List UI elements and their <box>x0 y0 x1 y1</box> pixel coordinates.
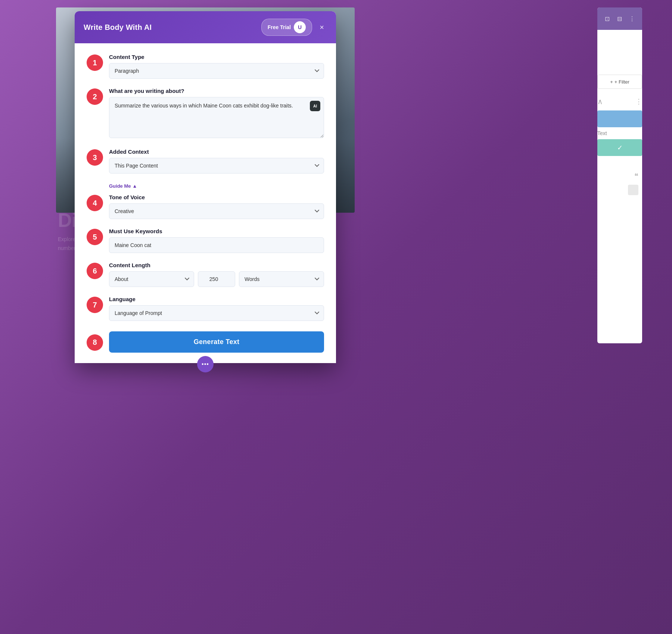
step-1-label: Content Type <box>109 54 324 60</box>
step-5-label: Must Use Keywords <box>109 228 324 234</box>
green-check-button[interactable]: ✓ <box>597 139 642 156</box>
content-length-about-select[interactable]: About Exactly At Least At Most <box>109 271 194 287</box>
tone-of-voice-select[interactable]: Creative Professional Casual <box>109 203 324 219</box>
step-5-section: 5 Must Use Keywords <box>87 228 324 253</box>
step-7-badge: 7 <box>87 297 103 313</box>
step-5-badge: 5 <box>87 229 103 245</box>
step-7-label: Language <box>109 296 324 302</box>
chevron-up-icon[interactable]: ∧ <box>597 97 603 106</box>
ai-write-modal: Write Body With AI Free Trial U × 1 Cont… <box>75 11 336 363</box>
free-trial-badge[interactable]: Free Trial U <box>261 19 312 36</box>
columns-icon: ⧉ <box>615 50 624 59</box>
header-controls: Free Trial U × <box>261 19 327 36</box>
step-6-badge: 6 <box>87 263 103 279</box>
box-icon <box>628 185 638 195</box>
step-2-section: 2 What are you writing about? Summarize … <box>87 88 324 140</box>
text-label: Text <box>597 130 642 136</box>
step-1-content: Content Type Paragraph List FAQ <box>109 54 324 79</box>
step-1-section: 1 Content Type Paragraph List FAQ <box>87 54 324 79</box>
expand-icon[interactable]: ⊡ <box>603 14 612 23</box>
step-3-label: Added Context <box>109 149 324 155</box>
columns-icon-top[interactable]: ⊟ <box>615 14 624 23</box>
step-5-content: Must Use Keywords <box>109 228 324 253</box>
step-4-badge: 4 <box>87 195 103 211</box>
step-8-badge: 8 <box>87 334 103 351</box>
filter-label: + Filter <box>615 79 629 85</box>
step-4-content: Tone of Voice Creative Professional Casu… <box>109 194 324 219</box>
more-top-icon[interactable]: ⋮ <box>628 14 637 23</box>
bottom-dots-menu[interactable]: ••• <box>197 356 214 372</box>
quote-icon: ❝ <box>634 172 638 181</box>
guide-me-arrow: ▲ <box>133 183 137 189</box>
writing-about-textarea[interactable]: Summarize the various ways in which Main… <box>109 97 324 138</box>
step-6-content: Content Length About Exactly At Least At… <box>109 262 324 287</box>
step-2-content: What are you writing about? Summarize th… <box>109 88 324 140</box>
textarea-wrapper: Summarize the various ways in which Main… <box>109 97 324 140</box>
blue-button[interactable] <box>597 110 642 127</box>
right-panel-header: ⊡ ⊟ ⋮ <box>597 7 642 30</box>
content-length-words-select[interactable]: Words Sentences Paragraphs <box>239 271 324 287</box>
step-7-content: Language Language of Prompt English Span… <box>109 296 324 321</box>
close-button[interactable]: × <box>317 22 327 32</box>
more-right-icon[interactable]: ⋮ <box>635 97 642 106</box>
step-2-badge: 2 <box>87 88 103 105</box>
step-2-label: What are you writing about? <box>109 88 324 94</box>
step-4-section: 4 Tone of Voice Creative Professional Ca… <box>87 194 324 219</box>
guide-me-label: Guide Me <box>109 183 131 189</box>
ai-icon-badge: AI <box>310 101 320 111</box>
step-4-label: Tone of Voice <box>109 194 324 200</box>
content-type-select[interactable]: Paragraph List FAQ <box>109 63 324 79</box>
modal-title: Write Body With AI <box>84 23 152 32</box>
modal-header: Write Body With AI Free Trial U × <box>75 11 336 43</box>
step-8-section: 8 Generate Text <box>87 331 324 353</box>
step-3-section: 3 Added Context This Page Content Custom… <box>87 149 324 174</box>
step-6-label: Content Length <box>109 262 324 268</box>
step-1-badge: 1 <box>87 54 103 71</box>
step-3-badge: 3 <box>87 149 103 166</box>
content-length-number-input[interactable] <box>198 271 235 287</box>
right-panel-section: ∧ ⋮ Text ✓ <box>597 97 642 156</box>
keywords-input[interactable] <box>109 237 324 253</box>
guide-me-row: Guide Me ▲ <box>87 182 324 193</box>
language-select[interactable]: Language of Prompt English Spanish Frenc… <box>109 305 324 321</box>
guide-me-link[interactable]: Guide Me ▲ <box>109 183 137 189</box>
layout-icon: ⊞ <box>615 30 624 39</box>
generate-text-button[interactable]: Generate Text <box>109 331 324 353</box>
step-6-section: 6 Content Length About Exactly At Least … <box>87 262 324 287</box>
filter-button[interactable]: + + Filter <box>597 75 642 89</box>
filter-plus: + <box>610 79 613 85</box>
user-avatar: U <box>294 21 306 33</box>
added-context-select[interactable]: This Page Content Custom Context None <box>109 158 324 174</box>
content-length-row: About Exactly At Least At Most Words Sen… <box>109 271 324 287</box>
step-3-content: Added Context This Page Content Custom C… <box>109 149 324 174</box>
modal-body: 1 Content Type Paragraph List FAQ 2 What… <box>75 43 336 363</box>
step-7-section: 7 Language Language of Prompt English Sp… <box>87 296 324 321</box>
free-trial-label: Free Trial <box>268 24 291 30</box>
